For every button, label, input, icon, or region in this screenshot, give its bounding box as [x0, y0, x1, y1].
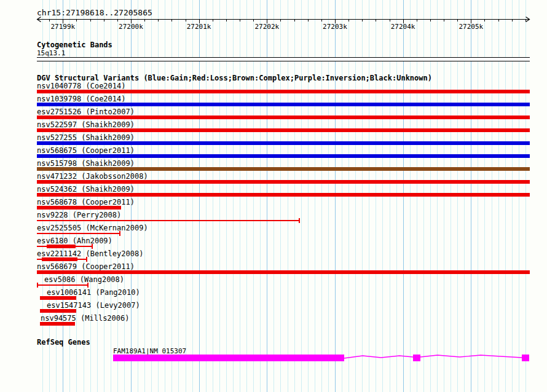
variant-bar[interactable]: [37, 103, 530, 106]
genome-browser-view: chr15:27198618..27205865 27199k27200k272…: [0, 0, 547, 392]
cytoband-section-header: Cytogenetic Bands: [37, 41, 112, 49]
ruler-tick: [171, 19, 172, 22]
ruler-tick: [444, 19, 444, 22]
variant-bar[interactable]: [37, 193, 530, 197]
variant-line[interactable]: [37, 220, 299, 221]
variant-bar[interactable]: [42, 257, 77, 261]
variant-label[interactable]: esv1006141 (Pang2010): [47, 289, 140, 296]
variant-label[interactable]: nsv568675 (Cooper2011): [37, 147, 135, 154]
ruler-tick: [158, 19, 159, 22]
ruler-tick: [90, 19, 91, 22]
variant-endcap: [92, 244, 93, 249]
variant-line[interactable]: [37, 284, 88, 286]
ruler-tick: [213, 19, 213, 22]
variant-bar[interactable]: [40, 309, 76, 313]
ruler-tick: [498, 19, 499, 22]
variant-bar[interactable]: [40, 296, 76, 300]
dgv-section-header: DGV Structural Variants (Blue:Gain;Red:L…: [37, 74, 432, 82]
pan-right-arrow-icon[interactable]: [526, 17, 530, 22]
variant-endcap: [299, 218, 300, 223]
ruler-tick: [484, 19, 485, 22]
variant-label[interactable]: nsv94575 (Mills2006): [41, 315, 130, 322]
variant-label[interactable]: nsv568678 (Cooper2011): [37, 199, 135, 206]
ruler-tick: [457, 19, 458, 22]
ruler-tick-label: 27205k: [458, 23, 483, 30]
ruler-tick: [294, 19, 295, 22]
variant-label[interactable]: nsv568679 (Cooper2011): [37, 264, 135, 270]
variant-label[interactable]: nsv9228 (Perry2008): [37, 212, 121, 219]
variant-label[interactable]: nsv527255 (Shaikh2009): [37, 135, 135, 141]
cytoband-label: 15q13.1: [37, 50, 65, 57]
gene-exon[interactable]: [113, 355, 344, 361]
variant-bar[interactable]: [37, 206, 121, 210]
variant-label[interactable]: nsv471232 (Jakobsson2008): [37, 173, 148, 180]
ruler-tick: [144, 19, 145, 22]
ruler-tick: [226, 19, 227, 22]
variant-endcap: [86, 257, 87, 262]
ruler-tick-label: 27203k: [323, 23, 347, 30]
ruler-tick: [512, 19, 513, 22]
gene-exon[interactable]: [522, 355, 529, 361]
ruler-tick: [348, 19, 349, 22]
variant-bar[interactable]: [47, 245, 76, 248]
gene-label[interactable]: FAM189A1|NM_015307: [113, 348, 186, 355]
ruler-tick: [253, 19, 254, 22]
ruler-tick: [186, 19, 186, 22]
variant-label[interactable]: nsv522597 (Shaikh2009): [37, 122, 135, 128]
variant-label[interactable]: esv5086 (Wang2008): [44, 276, 124, 283]
region-title: chr15:27198618..27205865: [37, 9, 152, 17]
variant-label[interactable]: esv2525505 (McKernan2009): [37, 225, 148, 232]
variant-bar[interactable]: [37, 128, 530, 132]
variant-bar[interactable]: [37, 167, 530, 171]
variant-label[interactable]: esv6180 (Ahn2009): [37, 238, 112, 245]
variant-endcap: [119, 231, 120, 236]
ruler-tick: [308, 19, 309, 22]
ruler-tick: [280, 19, 281, 22]
ruler-tick: [117, 19, 118, 22]
variant-bar[interactable]: [37, 141, 530, 145]
variant-line[interactable]: [37, 233, 120, 234]
ruler-tick: [417, 19, 417, 22]
ruler-tick-label: 27200k: [119, 23, 143, 30]
ruler-tick: [240, 19, 240, 22]
variant-label[interactable]: esv2751526 (Pinto2007): [37, 109, 135, 116]
ruler-tick-label: 27199k: [50, 23, 75, 30]
variant-endcap: [87, 283, 89, 288]
variant-label[interactable]: nsv515798 (Shaikh2009): [37, 160, 135, 167]
ruler-tick: [390, 19, 390, 22]
ruler-tick: [321, 19, 322, 22]
variant-bar[interactable]: [37, 90, 530, 93]
variant-label[interactable]: esv2211142 (Bentley2008): [37, 251, 143, 257]
gene-exon[interactable]: [413, 355, 420, 361]
ruler-tick: [76, 19, 77, 22]
variant-label[interactable]: nsv1040778 (Coe2014): [37, 83, 126, 90]
variant-bar[interactable]: [37, 154, 530, 158]
variant-label[interactable]: nsv524362 (Shaikh2009): [37, 186, 135, 193]
variant-bar[interactable]: [37, 116, 530, 119]
cytoband-bar[interactable]: [37, 57, 530, 61]
variant-label[interactable]: esv1547143 (Levy2007): [47, 302, 140, 309]
variant-bar[interactable]: [37, 180, 530, 184]
ruler-tick: [430, 19, 431, 22]
ruler-tick: [362, 19, 363, 22]
ruler-tick-label: 27204k: [391, 23, 415, 30]
variant-label[interactable]: nsv1039798 (Coe2014): [37, 96, 126, 103]
variant-bar[interactable]: [37, 270, 530, 274]
ruler-tick: [525, 19, 526, 22]
ruler-tick-label: 27202k: [254, 23, 279, 30]
variant-bar[interactable]: [40, 322, 75, 326]
ruler-tick-label: 27201k: [187, 23, 211, 30]
ruler-tick: [104, 19, 104, 22]
gene-intron-line: [344, 355, 522, 358]
variant-endcap: [37, 283, 38, 288]
pan-left-arrow-icon[interactable]: [37, 17, 41, 22]
ruler-tick: [49, 19, 50, 22]
refseq-section-header: RefSeq Genes: [37, 339, 90, 346]
ruler-tick: [376, 19, 376, 22]
